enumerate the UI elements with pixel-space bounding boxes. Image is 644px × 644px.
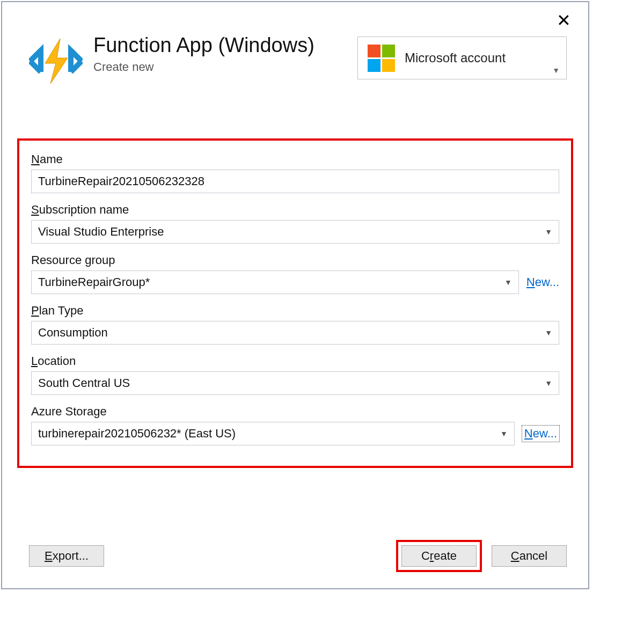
chevron-down-icon: ▼ — [545, 328, 552, 337]
close-icon[interactable]: ✕ — [557, 12, 571, 29]
create-button[interactable]: Create — [401, 545, 477, 567]
chevron-down-icon: ▼ — [552, 66, 560, 75]
plan-type-label: Plan Type — [31, 304, 559, 318]
export-button[interactable]: Export... — [29, 545, 104, 567]
page-title: Function App (Windows) — [93, 34, 357, 57]
location-label: Location — [31, 354, 559, 368]
subscription-select[interactable]: Visual Studio Enterprise ▼ — [31, 220, 559, 244]
svg-marker-0 — [45, 39, 68, 84]
create-highlight: Create — [396, 540, 482, 572]
chevron-down-icon: ▼ — [545, 379, 552, 387]
chevron-down-icon: ▼ — [504, 278, 512, 287]
storage-new-link[interactable]: New... — [522, 426, 559, 442]
dialog-footer: Export... Create Cancel — [2, 540, 588, 572]
resource-group-label: Resource group — [31, 253, 559, 267]
form-container: Name Subscription name Visual Studio Ent… — [17, 138, 573, 468]
azure-functions-icon — [29, 34, 83, 90]
chevron-down-icon: ▼ — [545, 228, 552, 236]
microsoft-logo-icon — [368, 45, 395, 72]
account-selector[interactable]: Microsoft account ▼ — [357, 36, 567, 79]
dialog-header: Function App (Windows) Create new Micros… — [2, 2, 588, 96]
dialog-window: ✕ Function App (Windows) Create new Micr… — [1, 1, 589, 589]
location-select[interactable]: South Central US ▼ — [31, 371, 559, 395]
storage-select[interactable]: turbinerepair20210506232* (East US) ▼ — [31, 422, 515, 445]
location-value: South Central US — [38, 376, 130, 390]
account-label: Microsoft account — [405, 50, 506, 65]
chevron-down-icon: ▼ — [500, 429, 508, 438]
storage-value: turbinerepair20210506232* (East US) — [38, 427, 236, 441]
subscription-value: Visual Studio Enterprise — [38, 225, 164, 239]
name-input[interactable] — [31, 170, 559, 193]
page-subtitle: Create new — [93, 60, 357, 74]
resource-group-select[interactable]: TurbineRepairGroup* ▼ — [31, 270, 519, 294]
name-label: Name — [31, 152, 559, 166]
subscription-label: Subscription name — [31, 203, 559, 217]
plan-type-value: Consumption — [38, 326, 108, 340]
resource-group-value: TurbineRepairGroup* — [38, 275, 150, 289]
resource-group-new-link[interactable]: New... — [526, 275, 559, 289]
storage-label: Azure Storage — [31, 405, 559, 419]
plan-type-select[interactable]: Consumption ▼ — [31, 321, 559, 345]
cancel-button[interactable]: Cancel — [492, 545, 567, 567]
